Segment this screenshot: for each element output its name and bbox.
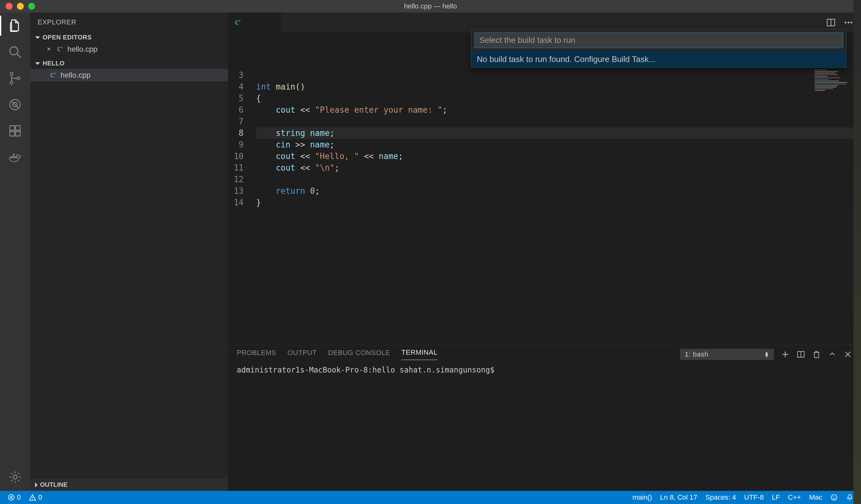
svg-point-15 <box>13 475 17 479</box>
bell-icon <box>846 494 853 501</box>
titlebar: hello.cpp — hello <box>0 0 861 13</box>
svg-point-32 <box>831 495 837 500</box>
activity-bar <box>0 13 30 491</box>
warning-icon <box>29 494 36 501</box>
status-feedback[interactable] <box>829 494 840 501</box>
close-window-button[interactable] <box>5 3 13 10</box>
folder-section: HELLO C+ hello.cpp <box>30 57 228 83</box>
svg-rect-10 <box>16 126 20 131</box>
status-warnings[interactable]: 0 <box>27 493 44 502</box>
debug-activity[interactable] <box>8 97 23 112</box>
quick-input-field[interactable] <box>475 33 843 47</box>
cpp-file-icon: C+ <box>57 45 63 53</box>
status-encoding[interactable]: UTF-8 <box>742 493 766 502</box>
status-os[interactable]: Mac <box>807 493 824 502</box>
svg-point-18 <box>845 22 846 23</box>
panel-tab-problems[interactable]: PROBLEMS <box>237 349 276 360</box>
close-panel-icon[interactable] <box>844 350 852 359</box>
extensions-icon <box>8 124 22 138</box>
scm-activity[interactable] <box>8 71 23 86</box>
settings-activity[interactable] <box>8 469 23 485</box>
svg-point-20 <box>851 22 852 23</box>
window-controls <box>5 3 35 10</box>
file-tree-item[interactable]: C+ hello.cpp <box>30 69 228 81</box>
terminal-content[interactable]: administrator1s-MacBook-Pro-8:hello saha… <box>228 360 861 491</box>
explorer-activity[interactable] <box>8 18 23 33</box>
editor-tab[interactable]: C+ hello.cpp <box>228 13 282 32</box>
svg-rect-14 <box>13 154 14 155</box>
editor-area: C+ hello.cpp 34567891011121314 int main(… <box>228 13 861 491</box>
folder-label: HELLO <box>43 60 65 67</box>
close-editor-icon[interactable]: × <box>45 45 53 53</box>
split-terminal-icon[interactable] <box>796 350 805 359</box>
status-language[interactable]: C++ <box>786 493 803 502</box>
terminal-selector-label: 1: bash <box>685 350 709 358</box>
status-context[interactable]: main() <box>631 493 654 502</box>
split-editor-icon[interactable] <box>826 17 836 28</box>
status-errors[interactable]: 0 <box>5 493 23 502</box>
svg-point-4 <box>17 77 20 80</box>
status-spaces[interactable]: Spaces: 4 <box>703 493 738 502</box>
files-icon <box>8 19 22 32</box>
cpp-file-icon: C+ <box>235 19 241 26</box>
dropdown-arrows-icon: ▲▼ <box>764 351 769 357</box>
svg-rect-8 <box>10 132 15 136</box>
code-content[interactable]: int main(){ cout << "Please enter your n… <box>256 69 861 345</box>
terminal-prompt: administrator1s-MacBook-Pro-8:hello saha… <box>237 366 495 374</box>
folder-header[interactable]: HELLO <box>30 58 228 69</box>
more-actions-icon[interactable] <box>844 17 853 28</box>
svg-point-31 <box>32 499 33 500</box>
bottom-panel: PROBLEMS OUTPUT DEBUG CONSOLE TERMINAL 1… <box>228 345 861 491</box>
svg-point-34 <box>835 496 835 497</box>
debug-icon <box>8 98 22 111</box>
status-position[interactable]: Ln 8, Col 17 <box>658 493 699 502</box>
panel-tab-output[interactable]: OUTPUT <box>287 349 316 360</box>
gear-icon <box>8 470 22 484</box>
open-editor-filename: hello.cpp <box>67 45 97 54</box>
quick-input-box <box>474 32 843 48</box>
panel-tabs: PROBLEMS OUTPUT DEBUG CONSOLE TERMINAL 1… <box>228 345 861 360</box>
kill-terminal-icon[interactable] <box>812 350 821 359</box>
svg-point-2 <box>10 72 13 75</box>
maximize-window-button[interactable] <box>28 3 35 10</box>
window-edge <box>853 0 861 504</box>
docker-icon <box>8 150 22 164</box>
file-name: hello.cpp <box>60 71 91 80</box>
panel-tab-terminal[interactable]: TERMINAL <box>401 349 437 360</box>
window-title: hello.cpp — hello <box>404 2 457 10</box>
terminal-selector[interactable]: 1: bash ▲▼ <box>680 349 774 360</box>
chevron-down-icon <box>35 36 40 39</box>
explorer-sidebar: EXPLORER OPEN EDITORS × C+ hello.cpp HEL… <box>30 13 228 491</box>
status-eol[interactable]: LF <box>770 493 782 502</box>
svg-point-0 <box>10 47 18 55</box>
search-icon <box>8 45 22 59</box>
line-gutter: 34567891011121314 <box>228 69 256 345</box>
extensions-activity[interactable] <box>8 123 23 138</box>
smiley-icon <box>830 494 838 501</box>
maximize-panel-icon[interactable] <box>828 350 837 359</box>
status-bar: 0 0 main() Ln 8, Col 17 Spaces: 4 UTF-8 … <box>0 491 861 504</box>
quick-input-option[interactable]: No build task to run found. Configure Bu… <box>471 51 846 67</box>
chevron-right-icon <box>35 482 38 487</box>
quick-input-panel: No build task to run found. Configure Bu… <box>471 29 847 68</box>
new-terminal-icon[interactable] <box>781 350 790 359</box>
code-editor[interactable]: 34567891011121314 int main(){ cout << "P… <box>228 32 861 345</box>
error-icon <box>8 494 15 501</box>
minimize-window-button[interactable] <box>17 3 24 10</box>
open-editor-item[interactable]: × C+ hello.cpp <box>30 43 228 55</box>
open-editors-section: OPEN EDITORS × C+ hello.cpp <box>30 31 228 57</box>
cpp-file-icon: C+ <box>50 71 56 79</box>
minimap[interactable] <box>815 69 859 107</box>
outline-header[interactable]: OUTLINE <box>30 479 228 491</box>
svg-point-33 <box>833 496 833 497</box>
open-editors-label: OPEN EDITORS <box>43 34 92 41</box>
svg-line-1 <box>17 54 21 58</box>
panel-tab-debug-console[interactable]: DEBUG CONSOLE <box>328 349 390 360</box>
sidebar-title: EXPLORER <box>30 13 228 31</box>
open-editors-header[interactable]: OPEN EDITORS <box>30 32 228 43</box>
search-activity[interactable] <box>8 44 23 59</box>
docker-activity[interactable] <box>8 150 23 165</box>
svg-point-3 <box>10 81 13 84</box>
chevron-down-icon <box>35 62 40 65</box>
svg-point-19 <box>848 22 849 23</box>
